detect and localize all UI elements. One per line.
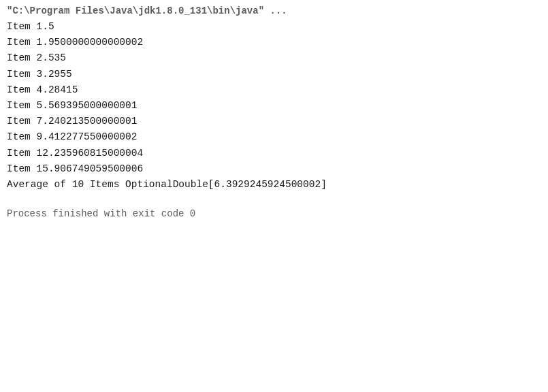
output-line-7: Item 7.240213500000001: [7, 114, 541, 129]
output-line-10: Item 15.906749059500006: [7, 161, 541, 177]
empty-line: [7, 193, 541, 204]
output-line-3: Item 2.535: [7, 50, 541, 66]
console-output: Item 1.5 Item 1.9500000000000002 Item 2.…: [7, 19, 541, 193]
console-footer: Process finished with exit code 0: [7, 208, 541, 219]
output-line-average: Average of 10 Items OptionalDouble[6.392…: [7, 177, 541, 193]
output-line-8: Item 9.412277550000002: [7, 129, 541, 145]
console-window: "C:\Program Files\Java\jdk1.8.0_131\bin\…: [0, 0, 548, 392]
console-header: "C:\Program Files\Java\jdk1.8.0_131\bin\…: [7, 5, 541, 16]
output-line-9: Item 12.235960815000004: [7, 146, 541, 161]
output-line-4: Item 3.2955: [7, 67, 541, 82]
output-line-5: Item 4.28415: [7, 82, 541, 98]
output-line-2: Item 1.9500000000000002: [7, 35, 541, 50]
output-line-6: Item 5.569395000000001: [7, 98, 541, 114]
output-line-1: Item 1.5: [7, 19, 541, 35]
